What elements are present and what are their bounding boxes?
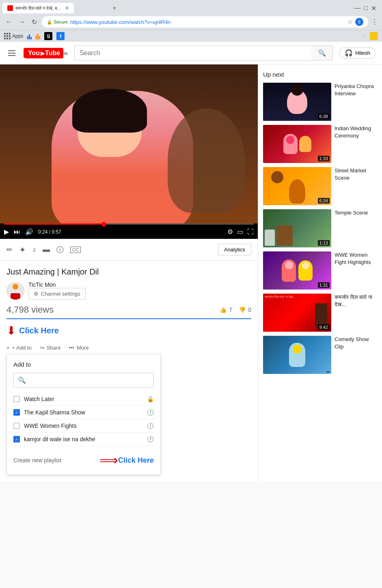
tab-close-button[interactable]: ✕ [65, 5, 69, 11]
volume-button[interactable]: 🔊 [25, 228, 33, 236]
settings-button[interactable]: ⚙ [227, 228, 233, 236]
yt-tube-text: Tube [45, 49, 60, 57]
forward-button[interactable]: → [17, 17, 27, 27]
video-title: Just Amazing | Kamjor Dil [6, 267, 251, 277]
close-button[interactable]: ✕ [371, 4, 376, 12]
channel-row: TicTic Mon ⚙ Channel settings [6, 281, 251, 300]
orange-chart-bookmark[interactable] [36, 33, 40, 39]
like-dislike: 👍 7 👎 0 [220, 307, 251, 313]
click-here-row: ⬇ Click Here [6, 324, 251, 337]
playlist-search-box[interactable]: 🔍 [13, 373, 154, 388]
watch-later-checkbox[interactable] [13, 396, 20, 402]
list-item[interactable]: 6:38 Priyanka Chopra Interview [263, 83, 377, 121]
video-duration: 1:31 [318, 282, 330, 288]
progress-fill [4, 223, 104, 225]
add-to-label: + Add to [12, 345, 32, 351]
fullscreen-button[interactable]: ⛶ [247, 228, 254, 236]
sidebar-video-title: Street Market Scene [335, 167, 377, 182]
wwe-label: WWE Women Fights [24, 423, 143, 429]
inactive-tab[interactable] [76, 2, 108, 14]
channel-avatar[interactable] [6, 282, 24, 300]
total-time: 0:57 [52, 229, 61, 235]
sidebar-thumbnail: 1:33 [263, 125, 331, 163]
dislike-button[interactable]: 👎 0 [239, 307, 251, 313]
address-text[interactable]: https://www.youtube.com/watch?v=ujrilR4n [70, 19, 345, 25]
sidebar-video-info: Priyanka Chopra Interview [335, 83, 377, 121]
cc-icon[interactable]: CC [70, 247, 81, 253]
create-playlist-button[interactable]: Create new playlist [13, 457, 61, 464]
like-button[interactable]: 👍 7 [220, 307, 232, 313]
like-count: 7 [229, 307, 232, 313]
share-button[interactable]: ↪ Share [40, 345, 61, 351]
folder-bookmark[interactable] [370, 32, 378, 40]
miniplayer-button[interactable]: ▭ [237, 228, 243, 236]
list-item[interactable]: WWE Women Fights 🕐 [13, 419, 154, 433]
video-player[interactable]: ▶ ⏭ 🔊 0:24 / 0:57 ⚙ ▭ ⛶ [0, 64, 258, 239]
kamjor-dil-label: kamjor dil wale ise na dekhe [24, 436, 143, 442]
info-icon[interactable]: ⓘ [56, 245, 64, 255]
list-item[interactable]: kamjor dil wale ise na dekhe 🕐 [13, 433, 154, 446]
analytics-button[interactable]: Analytics [218, 244, 251, 255]
yt-logo-group[interactable]: You ▶ Tube IN [25, 48, 68, 58]
sidebar-thumbnail: कमजोर दिल वाले ना देख... 9:42 [263, 294, 331, 332]
yt-play-icon: ▶ [41, 50, 45, 56]
s-bookmark[interactable]: S [44, 32, 52, 40]
country-badge: IN [64, 52, 68, 56]
channel-name[interactable]: TicTic Mon [28, 281, 86, 288]
barchart-bookmark[interactable] [27, 33, 32, 39]
magic-wand-icon[interactable]: ✦ [19, 245, 26, 255]
bookmarks-more[interactable]: » [363, 33, 366, 39]
list-item[interactable]: 6:24 Street Market Scene [263, 167, 377, 205]
maximize-button[interactable]: □ [364, 4, 368, 12]
sidebar-video-title: Priyanka Chopra Interview [335, 83, 377, 97]
list-item[interactable]: 1:13 Temple Scene [263, 209, 377, 247]
bookmark-star-icon[interactable]: ☆ [347, 19, 353, 25]
active-tab[interactable]: कमजोर दिल वाले न देखे, ब... ✕ [2, 3, 74, 13]
new-tab-button[interactable]: + [110, 3, 120, 13]
profile-icon[interactable]: 8 [355, 18, 363, 26]
create-arrow: ⟹ Click Here [99, 453, 154, 468]
list-item[interactable]: 1:31 WWE Women Fight Highlights [263, 251, 377, 290]
card-icon[interactable]: ▬ [43, 245, 50, 254]
browser-menu-button[interactable]: ⋮ [371, 18, 378, 26]
apps-grid-icon [4, 33, 11, 39]
list-item[interactable]: 1:33 Indian Wedding Ceremony [263, 125, 377, 163]
profile-number: 8 [358, 20, 360, 24]
search-button[interactable]: 🔍 [311, 45, 333, 60]
tab-title: कमजोर दिल वाले न देखे, ब... [15, 6, 61, 11]
next-button[interactable]: ⏭ [14, 228, 20, 236]
create-playlist-row: Create new playlist ⟹ Click Here [13, 448, 154, 468]
clock-icon-2: 🕐 [147, 423, 154, 429]
lock-icon: 🔒 [47, 19, 52, 25]
search-input[interactable] [74, 45, 311, 60]
play-button[interactable]: ▶ [4, 228, 9, 236]
music-icon[interactable]: ♪ [32, 245, 36, 254]
video-controls-overlay: ▶ ⏭ 🔊 0:24 / 0:57 ⚙ ▭ ⛶ [0, 223, 258, 239]
playlist-search-input[interactable] [28, 377, 149, 384]
add-to-button[interactable]: + + Add to [6, 345, 32, 351]
list-item[interactable]: कमजोर दिल वाले ना देख... 9:42 कमजोर दिल … [263, 294, 377, 332]
kamjor-dil-checkbox[interactable] [13, 436, 20, 442]
video-info: Just Amazing | Kamjor Dil TicTic Mon ⚙ [0, 261, 258, 481]
channel-settings-button[interactable]: ⚙ Channel settings [28, 288, 86, 300]
hamburger-menu[interactable] [6, 49, 17, 58]
kapil-sharma-checkbox[interactable] [13, 409, 20, 416]
refresh-button[interactable]: ↻ [30, 17, 39, 28]
edit-icon[interactable]: ✏ [6, 245, 13, 254]
back-button[interactable]: ← [4, 17, 14, 27]
wwe-checkbox[interactable] [13, 423, 20, 429]
minimize-button[interactable]: — [354, 4, 360, 12]
progress-bar[interactable] [4, 223, 254, 225]
user-profile-button[interactable]: 🎧 Hitesh [339, 47, 376, 59]
video-controls: ▶ ⏭ 🔊 0:24 / 0:57 ⚙ ▭ ⛶ [0, 223, 258, 239]
sidebar-video-title: Temple Scene [335, 209, 377, 217]
list-item[interactable]: Watch Later 🔒 [13, 393, 154, 406]
facebook-bookmark[interactable]: f [56, 32, 65, 40]
list-item[interactable]: Comedy Show Clip [263, 336, 377, 374]
list-item[interactable]: The Kapil Sharma Show 🕐 [13, 406, 154, 419]
apps-bookmark[interactable]: Apps [4, 33, 23, 39]
more-button[interactable]: ••• More [69, 345, 88, 351]
address-input-wrapper[interactable]: 🔒 Secure https://www.youtube.com/watch?v… [42, 16, 368, 28]
click-here-blue-label[interactable]: Click Here [118, 456, 154, 465]
click-here-label[interactable]: Click Here [19, 326, 59, 335]
